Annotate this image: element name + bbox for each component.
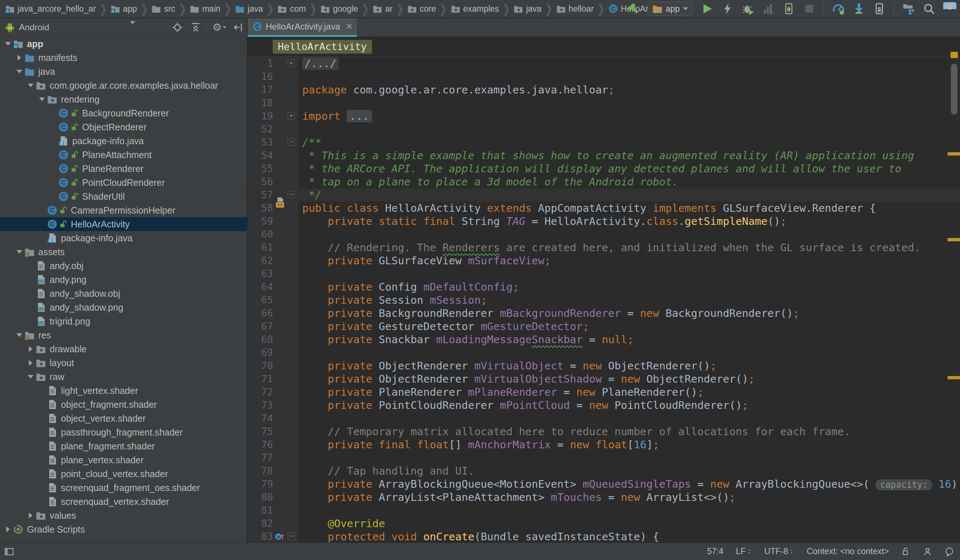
code-line[interactable]: 74 — [248, 412, 960, 425]
context-widget[interactable]: Context: <no context> — [807, 547, 889, 556]
run-configuration-selector[interactable]: app — [648, 2, 693, 16]
breadcrumb-item[interactable]: app — [110, 4, 137, 14]
chevron-collapsed-icon[interactable] — [3, 526, 13, 532]
code-line[interactable]: 16 — [248, 70, 960, 83]
tree-item[interactable]: andy_shadow.obj — [0, 286, 247, 301]
code-line[interactable]: 81 — [248, 504, 960, 517]
code-line[interactable]: 52 — [248, 123, 960, 136]
locate-file-icon[interactable] — [172, 22, 182, 32]
code-line[interactable]: 80 private ArrayList<PlaneAttachment> mT… — [248, 491, 960, 504]
related-xml-gutter-icon[interactable]: <> — [275, 197, 285, 208]
code-line[interactable]: 82 @Override — [248, 517, 960, 530]
build-hammer-icon[interactable] — [627, 3, 640, 15]
chevron-expanded-icon[interactable] — [14, 333, 24, 337]
breadcrumb-item[interactable]: java_arcore_hello_ar — [5, 4, 96, 14]
tree-item[interactable]: screenquad_vertex.shader — [0, 494, 247, 509]
code-line[interactable]: 79 private ArrayBlockingQueue<MotionEven… — [248, 477, 960, 491]
code-line[interactable]: 63 — [248, 267, 960, 280]
code-line[interactable]: 54 * This is a simple example that shows… — [248, 149, 960, 162]
scrollbar-track[interactable] — [957, 57, 957, 542]
line-separator-widget[interactable]: LF — [736, 547, 752, 556]
chevron-expanded-icon[interactable] — [26, 83, 36, 87]
breadcrumb-item[interactable]: google — [320, 4, 358, 14]
code-line[interactable]: 56 * tap on a plane to place a 3d model … — [248, 175, 960, 188]
chevron-collapsed-icon[interactable] — [14, 55, 24, 61]
code-line[interactable]: 65 private Session mSession; — [248, 293, 960, 307]
tree-item[interactable]: point_cloud_vertex.shader — [0, 467, 247, 481]
scrollbar-thumb[interactable] — [951, 64, 957, 115]
fold-collapse-icon[interactable]: − — [288, 138, 295, 146]
tree-item[interactable]: rendering — [0, 92, 247, 106]
tree-item[interactable]: Jpackage-info.java — [0, 134, 247, 148]
tree-item[interactable]: andy.obj — [0, 259, 247, 273]
chevron-expanded-icon[interactable] — [37, 98, 47, 101]
tree-item[interactable]: screenquad_fragment_oes.shader — [0, 481, 247, 494]
error-stripe-mark[interactable] — [947, 376, 960, 379]
tree-item[interactable]: CPointCloudRenderer — [0, 176, 247, 189]
sdk-manager-icon[interactable] — [853, 3, 865, 15]
toolwindow-toggle-icon[interactable] — [4, 547, 14, 556]
tree-item[interactable]: CHelloArActivity — [0, 217, 247, 231]
breadcrumb-item[interactable]: helloar — [556, 4, 594, 14]
code-line[interactable]: 78 // Tap handling and UI. — [248, 464, 960, 477]
tree-item[interactable]: andy_shadow.png — [0, 301, 247, 314]
avd-manager-icon[interactable] — [873, 3, 886, 15]
apply-changes-icon[interactable] — [721, 3, 734, 15]
code-line[interactable]: 1+/.../ — [248, 57, 960, 70]
breadcrumb-item[interactable]: src — [152, 4, 175, 14]
tree-item[interactable]: CPlaneRenderer — [0, 162, 247, 176]
code-line[interactable]: 73 private PointCloudRenderer mPointClou… — [248, 398, 960, 412]
notification-bubble-icon[interactable] — [945, 547, 954, 556]
hide-panel-icon[interactable] — [233, 22, 243, 32]
code-line[interactable]: 68 private Snackbar mLoadingMessageSnack… — [248, 333, 960, 346]
collapse-all-icon[interactable] — [190, 22, 201, 32]
tree-item[interactable]: app — [0, 37, 247, 51]
tree-item[interactable]: trigrid.png — [0, 314, 247, 328]
tree-item[interactable]: Jpackage-info.java — [0, 231, 247, 245]
highlighting-level-icon[interactable] — [923, 547, 932, 556]
code-line[interactable]: 70 private ObjectRenderer mVirtualObject… — [248, 359, 960, 372]
code-line[interactable]: 18 — [248, 96, 960, 109]
tree-item[interactable]: plane_fragment.shader — [0, 439, 247, 453]
code-line[interactable]: 61 // Rendering. The Renderers are creat… — [248, 241, 960, 254]
run-icon[interactable] — [701, 3, 713, 15]
tree-item[interactable]: CShaderUtil — [0, 189, 247, 203]
breadcrumb-item[interactable]: java — [514, 4, 541, 14]
code-line[interactable]: 75 // Temporary matrix allocated here to… — [248, 425, 960, 438]
tree-item[interactable]: values — [0, 509, 247, 522]
fold-expand-icon[interactable]: + — [288, 112, 295, 119]
code-line[interactable]: 72 private PlaneRenderer mPlaneRenderer … — [248, 386, 960, 398]
code-line[interactable]: 19+import ... — [248, 109, 960, 123]
tree-item[interactable]: object_vertex.shader — [0, 411, 247, 425]
tree-item[interactable]: CPlaneAttachment — [0, 148, 247, 162]
code-editor[interactable]: 1+/.../1617package com.google.ar.core.ex… — [248, 57, 960, 542]
tree-item[interactable]: drawable — [0, 342, 247, 356]
tree-item[interactable]: com.google.ar.core.examples.java.helloar — [0, 78, 247, 92]
tree-item[interactable]: res — [0, 328, 247, 342]
tree-item[interactable]: assets — [0, 245, 247, 259]
code-line[interactable]: 66 private BackgroundRenderer mBackgroun… — [248, 307, 960, 320]
tree-item[interactable]: raw — [0, 370, 247, 384]
tree-item[interactable]: manifests — [0, 51, 247, 65]
gear-icon[interactable]: ⚙ — [213, 22, 226, 32]
chevron-collapsed-icon[interactable] — [26, 512, 36, 518]
code-line[interactable]: 60 — [248, 228, 960, 241]
android-profiler-icon[interactable] — [832, 3, 845, 15]
chevron-expanded-icon[interactable] — [26, 375, 36, 379]
close-icon[interactable]: ✕ — [346, 22, 353, 31]
inspection-status-square[interactable] — [950, 52, 958, 58]
code-line[interactable]: 17package com.google.ar.core.examples.ja… — [248, 83, 960, 96]
encoding-widget[interactable]: UTF-8 — [764, 547, 794, 556]
breadcrumb-class-chip[interactable]: HelloArActivity — [273, 40, 372, 54]
tree-item[interactable]: light_vertex.shader — [0, 384, 247, 398]
breadcrumb-item[interactable]: core — [407, 4, 436, 14]
debug-icon[interactable] — [742, 3, 754, 15]
chevron-expanded-icon[interactable] — [14, 250, 24, 254]
tree-item[interactable]: layout — [0, 356, 247, 370]
breadcrumb-item[interactable]: main — [190, 4, 221, 14]
code-line[interactable]: 62 private GLSurfaceView mSurfaceView; — [248, 254, 960, 267]
code-line[interactable]: 55 * the ARCore API. The application wil… — [248, 162, 960, 175]
chevron-down-icon[interactable] — [130, 24, 135, 30]
breadcrumb-item[interactable]: java — [235, 4, 263, 14]
chevron-expanded-icon[interactable] — [3, 42, 13, 46]
